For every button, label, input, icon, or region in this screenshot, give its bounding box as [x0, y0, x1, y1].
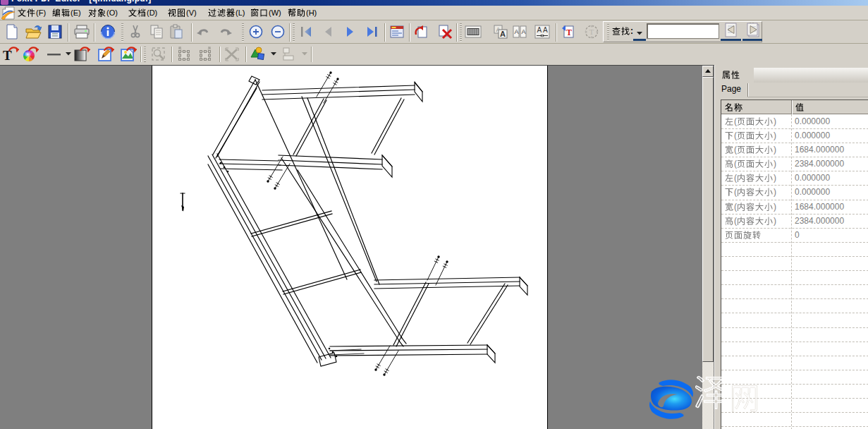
svg-text:A: A [537, 26, 542, 34]
svg-text:A: A [500, 30, 506, 38]
svg-text:T: T [3, 48, 12, 63]
svg-text:A: A [515, 28, 519, 35]
svg-text:T: T [589, 28, 594, 36]
svg-text:A: A [543, 26, 548, 34]
svg-text:A: A [522, 28, 526, 35]
svg-text:T: T [566, 28, 572, 37]
